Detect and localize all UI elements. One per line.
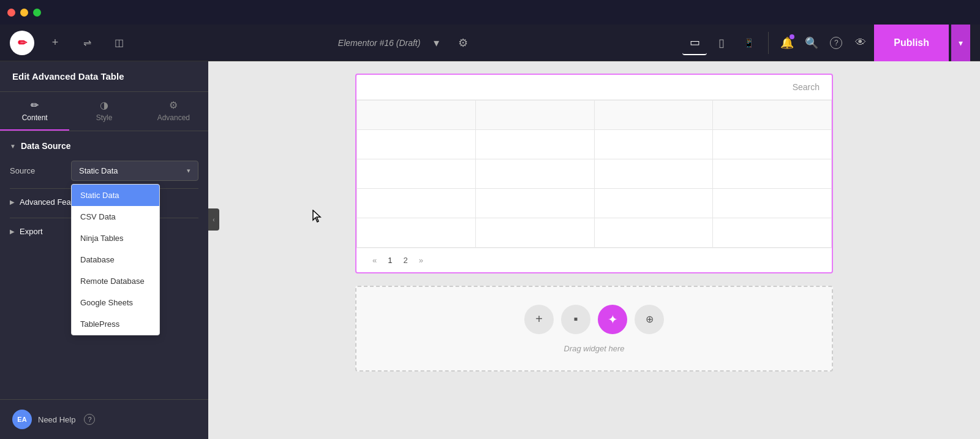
table-cell (713, 130, 832, 159)
tab-style-label: Style (96, 113, 113, 122)
dropdown-item-remote-database[interactable]: Remote Database (72, 270, 159, 292)
source-select-wrapper: Static Data ▾ Static Data CSV Data Ninja… (71, 161, 198, 181)
minimize-button[interactable] (20, 9, 28, 17)
source-label: Source (10, 166, 71, 175)
need-help-bar[interactable]: EA Need Help ? (0, 399, 208, 439)
desktop-view-button[interactable]: ▭ (682, 31, 707, 55)
ai-button[interactable]: ✦ (598, 305, 627, 334)
table-cell (475, 130, 594, 159)
advanced-icon: ⚙ (169, 99, 178, 111)
pagination-next[interactable]: » (415, 254, 427, 266)
table-cell (357, 218, 476, 248)
export-label: Export (20, 227, 43, 236)
gear-icon: ⚙ (458, 36, 468, 50)
dropdown-item-csv-data[interactable]: CSV Data (72, 206, 159, 227)
table-row (357, 189, 832, 218)
main-content: Search (208, 61, 980, 439)
table-cell (594, 159, 713, 189)
drop-zone: + ▪ ✦ ⊕ Drag widget here (355, 286, 833, 372)
preview-button[interactable]: 👁 (850, 32, 872, 54)
table-widget: Search (355, 74, 833, 273)
add-icon: + (535, 312, 543, 326)
pagination-prev[interactable]: « (369, 254, 380, 266)
drop-zone-buttons: + ▪ ✦ ⊕ (524, 305, 664, 334)
layout-button[interactable]: ⊕ (635, 305, 664, 334)
source-field-row: Source Static Data ▾ Static Data CSV Dat… (10, 161, 198, 181)
layout-icon: ⊕ (646, 313, 654, 325)
pencil-icon: ✏ (31, 99, 39, 111)
source-select[interactable]: Static Data ▾ (71, 161, 198, 181)
table-cell (475, 159, 594, 189)
table-row (357, 130, 832, 159)
search-button[interactable]: 🔍 (801, 32, 823, 54)
export-arrow-icon: ▶ (10, 228, 15, 235)
source-value: Static Data (79, 166, 118, 175)
data-source-section-header[interactable]: ▼ Data Source (10, 141, 198, 151)
panel-title: Edit Advanced Data Table (0, 61, 208, 92)
table-cell (475, 218, 594, 248)
dropdown-item-ninja-tables[interactable]: Ninja Tables (72, 227, 159, 249)
help-button[interactable]: ? (825, 32, 847, 54)
close-button[interactable] (7, 9, 15, 17)
table-cell (594, 189, 713, 218)
table-row (357, 159, 832, 189)
sliders-icon: ⇌ (83, 37, 91, 48)
tablet-icon: ▯ (718, 36, 725, 50)
tab-advanced[interactable]: ⚙ Advanced (139, 92, 208, 131)
notification-badge (790, 34, 794, 39)
tab-style[interactable]: ◑ Style (69, 92, 138, 131)
panel-toggle-button[interactable]: ‹ (208, 208, 219, 231)
dropdown-item-database[interactable]: Database (72, 249, 159, 270)
publish-label: Publish (894, 37, 929, 48)
ea-badge: EA (12, 410, 32, 429)
publish-button[interactable]: Publish (874, 25, 949, 61)
notifications-button[interactable]: 🔔 (776, 32, 798, 54)
panel-tabs: ✏ Content ◑ Style ⚙ Advanced (0, 92, 208, 131)
template-button[interactable]: ▪ (561, 305, 590, 334)
page-settings-button[interactable]: ⚙ (452, 32, 474, 54)
select-chevron-icon: ▾ (187, 167, 190, 175)
need-help-label: Need Help (38, 415, 75, 424)
pagination-page-1[interactable]: 1 (384, 254, 396, 266)
publish-chevron-icon: ▾ (959, 38, 963, 48)
page-title: Elementor #16 (Draft) (338, 38, 421, 48)
customize-button[interactable]: ⇌ (76, 32, 98, 54)
source-dropdown-menu: Static Data CSV Data Ninja Tables Databa… (71, 184, 160, 335)
table-cell (357, 130, 476, 159)
tab-content[interactable]: ✏ Content (0, 92, 69, 131)
dropdown-item-google-sheets[interactable]: Google Sheets (72, 292, 159, 313)
title-chevron-button[interactable]: ▾ (425, 32, 447, 54)
dropdown-item-static-data[interactable]: Static Data (72, 185, 159, 206)
table-cell (713, 218, 832, 248)
table-row (357, 218, 832, 248)
add-element-button[interactable]: + (44, 32, 66, 54)
table-cell (357, 189, 476, 218)
dropdown-item-tablepress[interactable]: TablePress (72, 313, 159, 335)
table-header-row (357, 101, 832, 130)
layers-button[interactable]: ◫ (108, 32, 130, 54)
eye-icon: 👁 (855, 36, 866, 49)
publish-dropdown-button[interactable]: ▾ (951, 25, 970, 61)
table-cell (357, 159, 476, 189)
search-icon: 🔍 (805, 36, 818, 50)
layers-icon: ◫ (115, 37, 124, 48)
table-pagination: « 1 2 » (356, 248, 832, 272)
folder-icon: ▪ (573, 312, 578, 326)
panel-content: ▼ Data Source Source Static Data ▾ Stati… (0, 131, 208, 399)
table-header-cell (475, 101, 594, 130)
elementor-logo: ✏ (10, 31, 34, 55)
mobile-icon: 📱 (744, 38, 754, 48)
tab-advanced-label: Advanced (157, 113, 190, 122)
tab-content-label: Content (22, 113, 48, 122)
table-header-cell (357, 101, 476, 130)
drop-zone-label: Drag widget here (564, 344, 625, 353)
pagination-page-2[interactable]: 2 (399, 254, 411, 266)
mobile-view-button[interactable]: 📱 (736, 31, 761, 55)
table-cell (594, 130, 713, 159)
maximize-button[interactable] (33, 9, 41, 17)
add-widget-button[interactable]: + (524, 305, 554, 334)
help-icon: ? (830, 37, 842, 49)
topbar: ✏ + ⇌ ◫ Elementor #16 (Draft) ▾ ⚙ ▭ ▯ (0, 25, 980, 61)
chevron-left-icon: ‹ (213, 216, 214, 223)
tablet-view-button[interactable]: ▯ (709, 31, 734, 55)
